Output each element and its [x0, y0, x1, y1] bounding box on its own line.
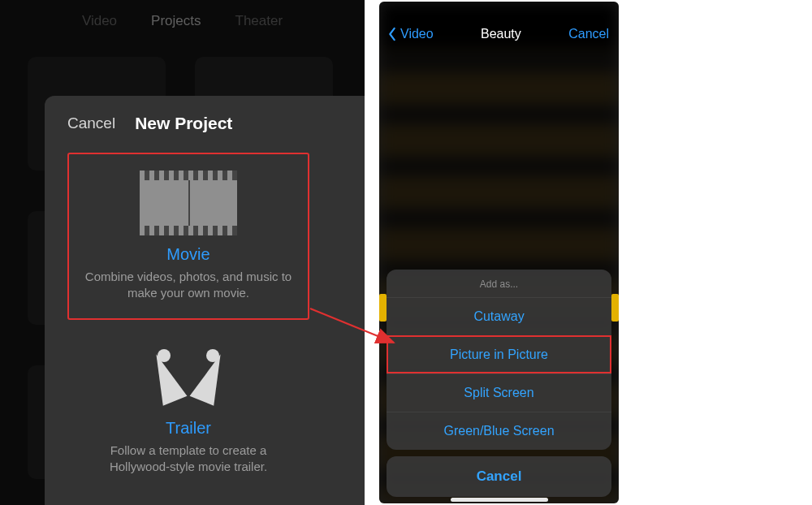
phone-left: Video Projects Theater Cancel New Projec…	[0, 0, 365, 505]
option-cutaway[interactable]: Cutaway	[387, 297, 611, 335]
left-top-tabs: Video Projects Theater	[0, 13, 365, 29]
tab-video[interactable]: Video	[82, 13, 117, 29]
back-button[interactable]: Video	[387, 27, 434, 41]
right-title: Beauty	[481, 27, 521, 41]
filmstrip-icon	[140, 170, 237, 235]
new-project-sheet: Cancel New Project Movie Combine videos,…	[45, 96, 365, 505]
trailer-label: Trailer	[74, 419, 303, 438]
option-picture-in-picture[interactable]: Picture in Picture	[387, 335, 611, 373]
tab-theater[interactable]: Theater	[235, 13, 283, 29]
option-split-screen[interactable]: Split Screen	[387, 373, 611, 412]
movie-tile[interactable]: Movie Combine videos, photos, and music …	[67, 153, 309, 320]
trailer-desc: Follow a template to create a Hollywood-…	[74, 442, 303, 476]
trailer-tile[interactable]: Trailer Follow a template to create a Ho…	[67, 331, 309, 492]
movie-label: Movie	[76, 245, 301, 264]
right-cancel-button[interactable]: Cancel	[568, 27, 609, 41]
chevron-left-icon	[387, 27, 397, 41]
cancel-button[interactable]: Cancel	[67, 114, 115, 132]
add-as-sheet: Add as... Cutaway Picture in Picture Spl…	[387, 270, 611, 497]
tab-projects[interactable]: Projects	[151, 13, 201, 29]
selection-handle-right[interactable]	[611, 294, 619, 322]
right-header: Video Beauty Cancel	[379, 2, 619, 49]
phone-right: Video Beauty Cancel Add as... Cutaway Pi…	[379, 2, 619, 503]
add-as-header: Add as...	[387, 270, 611, 297]
sheet-title: New Project	[135, 114, 232, 133]
option-green-blue-screen[interactable]: Green/Blue Screen	[387, 412, 611, 450]
sheet-cancel-button[interactable]: Cancel	[387, 456, 611, 497]
selection-handle-left[interactable]	[379, 294, 387, 322]
back-label: Video	[400, 27, 434, 41]
movie-desc: Combine videos, photos, and music to mak…	[76, 269, 301, 302]
home-indicator[interactable]	[451, 498, 548, 502]
spotlights-icon	[140, 344, 237, 409]
